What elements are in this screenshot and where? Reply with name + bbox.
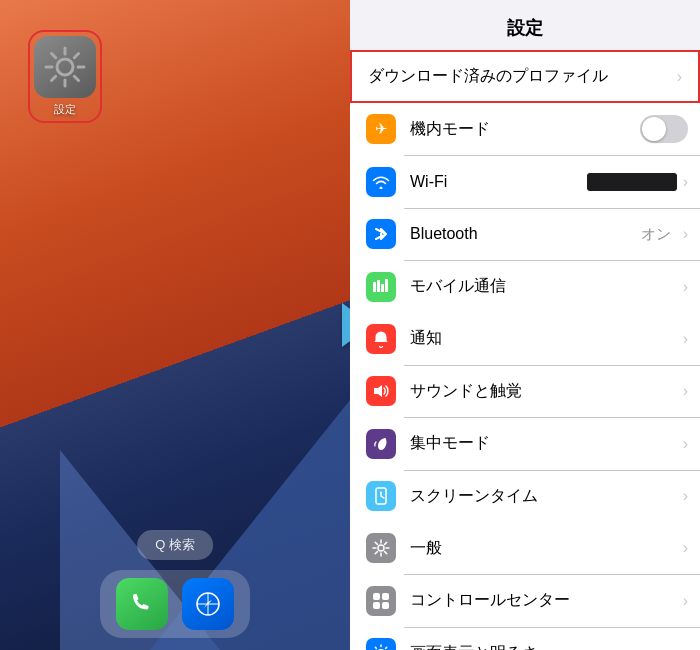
dock	[100, 570, 250, 638]
phone-app-icon[interactable]	[116, 578, 168, 630]
notification-icon	[366, 324, 396, 354]
svg-line-39	[386, 647, 387, 648]
svg-line-26	[385, 542, 387, 544]
wifi-icon	[366, 167, 396, 197]
settings-group-notifications: 通知 › サウンドと触覚 ›	[350, 313, 700, 523]
wifi-label: Wi-Fi	[410, 173, 587, 191]
settings-group-connectivity: ✈ 機内モード Wi-Fi ›	[350, 103, 700, 313]
control-center-label: コントロールセンター	[410, 590, 683, 611]
airplane-icon: ✈	[366, 114, 396, 144]
profile-row-chevron: ›	[677, 68, 682, 86]
display-icon	[366, 638, 396, 650]
svg-line-5	[52, 54, 56, 58]
svg-rect-29	[382, 593, 389, 600]
sound-row[interactable]: サウンドと触覚 ›	[350, 365, 700, 417]
settings-app-icon-container[interactable]: 設定	[28, 30, 102, 123]
svg-line-25	[385, 552, 387, 554]
general-chevron: ›	[683, 539, 688, 557]
search-bar[interactable]: Q 検索	[137, 530, 213, 560]
svg-rect-15	[381, 284, 384, 292]
mobile-icon	[366, 272, 396, 302]
general-icon	[366, 533, 396, 563]
svg-rect-13	[373, 282, 376, 292]
settings-app-icon	[34, 36, 96, 98]
wifi-row[interactable]: Wi-Fi ›	[350, 156, 700, 208]
home-screen: 設定 Q 検索	[0, 0, 350, 650]
screentime-row[interactable]: スクリーンタイム ›	[350, 470, 700, 522]
general-row[interactable]: 一般 ›	[350, 522, 700, 574]
screentime-label: スクリーンタイム	[410, 486, 683, 507]
profile-row-label: ダウンロード済みのプロファイル	[368, 66, 608, 87]
sound-icon	[366, 376, 396, 406]
mobile-row[interactable]: モバイル通信 ›	[350, 261, 700, 313]
search-bar-text: Q 検索	[155, 536, 195, 554]
svg-line-24	[375, 542, 377, 544]
profile-row[interactable]: ダウンロード済みのプロファイル ›	[350, 50, 700, 103]
svg-line-8	[52, 76, 56, 80]
svg-rect-16	[385, 279, 388, 292]
svg-point-0	[57, 59, 73, 75]
settings-header: 設定	[350, 0, 700, 48]
notifications-label: 通知	[410, 328, 683, 349]
svg-rect-30	[373, 602, 380, 609]
airplane-mode-row[interactable]: ✈ 機内モード	[350, 103, 700, 155]
control-center-row[interactable]: コントロールセンター ›	[350, 575, 700, 627]
settings-group-system: 一般 › コントロールセンター ›	[350, 522, 700, 650]
screentime-chevron: ›	[683, 487, 688, 505]
svg-rect-14	[377, 280, 380, 292]
sound-label: サウンドと触覚	[410, 381, 683, 402]
focus-icon	[366, 429, 396, 459]
general-label: 一般	[410, 538, 683, 559]
display-label: 画面表示と明るさ	[410, 643, 683, 651]
settings-panel: 設定 ダウンロード済みのプロファイル › ✈ 機内モード	[350, 0, 700, 650]
bluetooth-icon	[366, 219, 396, 249]
bluetooth-right: オン ›	[641, 225, 688, 244]
airplane-toggle[interactable]	[640, 115, 688, 143]
wifi-chevron: ›	[683, 173, 688, 191]
svg-rect-31	[382, 602, 389, 609]
control-center-icon	[366, 586, 396, 616]
notifications-row[interactable]: 通知 ›	[350, 313, 700, 365]
bluetooth-chevron: ›	[683, 225, 688, 243]
svg-point-19	[378, 545, 384, 551]
display-row[interactable]: 画面表示と明るさ ›	[350, 627, 700, 650]
svg-rect-28	[373, 593, 380, 600]
svg-line-37	[375, 647, 376, 648]
bluetooth-label: Bluetooth	[410, 225, 641, 243]
svg-line-7	[74, 54, 78, 58]
focus-row[interactable]: 集中モード ›	[350, 418, 700, 470]
toggle-knob	[642, 117, 666, 141]
safari-app-icon[interactable]	[182, 578, 234, 630]
wifi-right: ›	[587, 173, 688, 191]
screentime-icon	[366, 481, 396, 511]
focus-label: 集中モード	[410, 433, 683, 454]
svg-marker-17	[374, 385, 382, 397]
notifications-chevron: ›	[683, 330, 688, 348]
focus-chevron: ›	[683, 435, 688, 453]
bluetooth-row[interactable]: Bluetooth オン ›	[350, 208, 700, 260]
airplane-mode-label: 機内モード	[410, 119, 640, 140]
sound-chevron: ›	[683, 382, 688, 400]
wifi-value	[587, 173, 677, 191]
settings-app-label: 設定	[54, 102, 76, 117]
arrow	[342, 303, 350, 347]
settings-title: 設定	[507, 18, 543, 38]
mobile-chevron: ›	[683, 278, 688, 296]
mobile-label: モバイル通信	[410, 276, 683, 297]
svg-line-27	[375, 552, 377, 554]
bluetooth-value: オン	[641, 225, 671, 244]
svg-line-6	[74, 76, 78, 80]
control-center-chevron: ›	[683, 592, 688, 610]
display-chevron: ›	[683, 644, 688, 650]
